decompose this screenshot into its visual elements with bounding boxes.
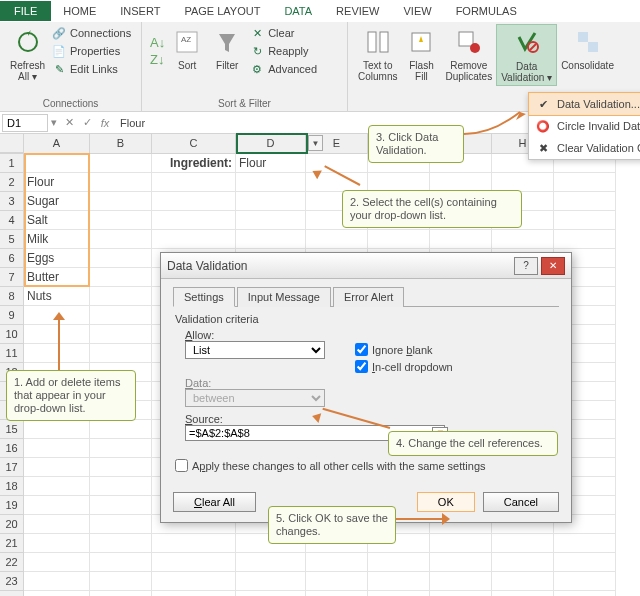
reapply-button[interactable]: ↻Reapply [247, 42, 319, 60]
row-header[interactable]: 21 [0, 534, 24, 553]
tab-data[interactable]: DATA [272, 1, 324, 21]
cell[interactable] [24, 591, 90, 596]
remove-duplicates-button[interactable]: RemoveDuplicates [441, 24, 496, 86]
cell[interactable] [90, 344, 152, 363]
menu-circle-invalid[interactable]: ⭕Circle Invalid Data [529, 115, 640, 137]
cell[interactable] [368, 553, 430, 572]
cell[interactable] [430, 591, 492, 596]
cell[interactable] [90, 211, 152, 230]
tab-page-layout[interactable]: PAGE LAYOUT [172, 1, 272, 21]
cell[interactable]: Eggs [24, 249, 90, 268]
cell[interactable] [24, 325, 90, 344]
name-box[interactable] [2, 114, 48, 132]
cell[interactable] [554, 553, 616, 572]
cell[interactable] [90, 268, 152, 287]
tab-review[interactable]: REVIEW [324, 1, 391, 21]
cell[interactable] [236, 572, 306, 591]
text-to-columns-button[interactable]: Text toColumns [354, 24, 401, 86]
cell[interactable] [492, 591, 554, 596]
cell[interactable] [368, 230, 430, 249]
cell-dropdown-arrow[interactable]: ▼ [308, 135, 323, 151]
cell[interactable]: Sugar [24, 192, 90, 211]
cell[interactable] [24, 439, 90, 458]
cell[interactable] [236, 173, 306, 192]
cell[interactable] [492, 572, 554, 591]
advanced-button[interactable]: ⚙Advanced [247, 60, 319, 78]
cell[interactable] [306, 572, 368, 591]
filter-button[interactable]: Filter [207, 24, 247, 78]
dialog-help-button[interactable]: ? [514, 257, 538, 275]
dialog-close-button[interactable]: ✕ [541, 257, 565, 275]
cell[interactable] [90, 458, 152, 477]
cell[interactable] [90, 192, 152, 211]
cell[interactable] [90, 591, 152, 596]
cell[interactable] [24, 496, 90, 515]
row-header[interactable]: 15 [0, 420, 24, 439]
cell[interactable] [90, 230, 152, 249]
file-tab[interactable]: FILE [0, 1, 51, 21]
edit-links-button[interactable]: ✎Edit Links [49, 60, 133, 78]
row-header[interactable]: 2 [0, 173, 24, 192]
cell[interactable] [24, 154, 90, 173]
row-header[interactable]: 20 [0, 515, 24, 534]
tab-home[interactable]: HOME [51, 1, 108, 21]
cell[interactable] [24, 572, 90, 591]
properties-button[interactable]: 📄Properties [49, 42, 133, 60]
menu-clear-validation[interactable]: ✖Clear Validation C [529, 137, 640, 159]
cell[interactable] [554, 230, 616, 249]
cell[interactable] [306, 591, 368, 596]
clear-button[interactable]: ✕Clear [247, 24, 319, 42]
cell[interactable]: Ingredient: [152, 154, 236, 173]
row-header[interactable]: 22 [0, 553, 24, 572]
row-header[interactable]: 23 [0, 572, 24, 591]
cell[interactable] [236, 553, 306, 572]
row-header[interactable]: 6 [0, 249, 24, 268]
menu-data-validation[interactable]: ✔Data Validation... [528, 92, 640, 116]
tab-error-alert[interactable]: Error Alert [333, 287, 405, 307]
consolidate-button[interactable]: Consolidate [557, 24, 618, 86]
cell[interactable] [236, 211, 306, 230]
tab-formulas[interactable]: FORMULAS [444, 1, 529, 21]
cell[interactable] [492, 230, 554, 249]
cell[interactable]: Butter [24, 268, 90, 287]
row-header[interactable]: 8 [0, 287, 24, 306]
connections-button[interactable]: 🔗Connections [49, 24, 133, 42]
cell[interactable] [152, 230, 236, 249]
refresh-all-button[interactable]: RefreshAll ▾ [6, 24, 49, 84]
tab-settings[interactable]: Settings [173, 287, 235, 307]
row-header[interactable]: 10 [0, 325, 24, 344]
flash-fill-button[interactable]: FlashFill [401, 24, 441, 86]
row-header[interactable]: 3 [0, 192, 24, 211]
cell[interactable] [368, 572, 430, 591]
cell[interactable] [236, 192, 306, 211]
sort-button[interactable]: AZ Sort [167, 24, 207, 78]
cell[interactable] [554, 192, 616, 211]
namebox-dropdown-icon[interactable]: ▾ [48, 116, 60, 129]
cell[interactable] [24, 534, 90, 553]
cell[interactable] [430, 534, 492, 553]
row-header[interactable]: 5 [0, 230, 24, 249]
cell[interactable] [90, 496, 152, 515]
sort-desc-icon[interactable]: Z↓ [150, 52, 165, 67]
cell[interactable] [236, 230, 306, 249]
sort-asc-icon[interactable]: A↓ [150, 35, 165, 50]
allow-select[interactable]: List [185, 341, 325, 359]
cell[interactable] [90, 287, 152, 306]
clear-all-button[interactable]: Clear All [173, 492, 256, 512]
cell[interactable] [24, 344, 90, 363]
cell[interactable] [368, 591, 430, 596]
cell[interactable] [90, 439, 152, 458]
row-header[interactable]: 16 [0, 439, 24, 458]
row-header[interactable]: 1 [0, 154, 24, 173]
cell[interactable]: Milk [24, 230, 90, 249]
cell[interactable] [152, 173, 236, 192]
cell[interactable] [24, 553, 90, 572]
cell[interactable] [554, 572, 616, 591]
cell[interactable] [554, 534, 616, 553]
cell[interactable] [90, 553, 152, 572]
row-header[interactable]: 17 [0, 458, 24, 477]
col-header-a[interactable]: A [24, 134, 90, 153]
cancel-formula-icon[interactable]: ✕ [60, 116, 78, 129]
cell[interactable] [152, 553, 236, 572]
data-validation-button[interactable]: DataValidation ▾ [496, 24, 557, 86]
